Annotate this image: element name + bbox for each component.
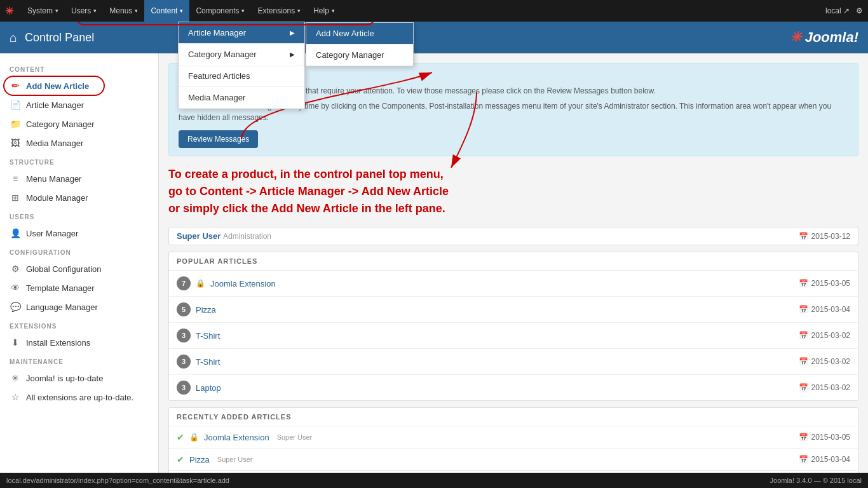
- submenu-arrow-icon: ▶: [290, 51, 295, 58]
- article-date-value: 2015-03-04: [811, 455, 850, 464]
- article-left: ✔ 🔒 Joomla Extension Super User: [177, 432, 312, 442]
- sidebar-item-category-manager[interactable]: 📁 Category Manager: [0, 114, 158, 133]
- article-date: 📅 2015-03-05: [799, 279, 850, 288]
- article-title[interactable]: Laptop: [196, 383, 221, 393]
- nav-item-users[interactable]: Users ▾: [65, 0, 103, 22]
- sidebar-label-joomla-uptodate: Joomla! is up-to-date: [26, 374, 103, 383]
- sidebar-item-user-manager[interactable]: 👤 User Manager: [0, 224, 158, 243]
- submenu-item-category-manager[interactable]: Category Manager: [306, 44, 413, 66]
- nav-label-help: Help: [313, 6, 329, 15]
- top-nav-right: local ↗ ⚙: [825, 6, 863, 15]
- nav-item-help[interactable]: Help ▾: [307, 0, 341, 22]
- article-title[interactable]: T-Shirt: [196, 331, 220, 341]
- top-nav-items: System ▾ Users ▾ Menus ▾ Content ▾ Compo…: [21, 0, 825, 22]
- article-title[interactable]: Pizza: [196, 305, 216, 315]
- lock-icon: 🔒: [189, 433, 199, 442]
- chevron-down-icon: ▾: [297, 8, 301, 14]
- sidebar-label-module-manager: Module Manager: [26, 193, 88, 203]
- menu-icon: ≡: [10, 173, 21, 184]
- calendar-icon: 📅: [799, 279, 808, 288]
- menu-item-media-manager[interactable]: Media Manager: [179, 87, 304, 109]
- article-date-value: 2015-03-04: [811, 305, 850, 314]
- settings-icon[interactable]: ⚙: [856, 6, 863, 15]
- article-left: 3 T-Shirt: [177, 355, 220, 369]
- sidebar-label-install-extensions: Install Extensions: [26, 338, 90, 348]
- nav-label-extensions: Extensions: [257, 6, 295, 15]
- nav-item-menus[interactable]: Menus ▾: [103, 0, 144, 22]
- sidebar-label-add-new-article: Add New Article: [26, 81, 89, 91]
- article-date-value: 2015-03-02: [811, 357, 850, 366]
- nav-item-extensions[interactable]: Extensions ▾: [251, 0, 307, 22]
- chevron-down-icon: ▾: [55, 8, 58, 14]
- review-messages-button[interactable]: Review Messages: [179, 130, 258, 148]
- sidebar-item-install-extensions[interactable]: ⬇ Install Extensions: [0, 333, 158, 352]
- nav-label-system: System: [27, 6, 53, 15]
- nav-item-components[interactable]: Components ▾: [189, 0, 251, 22]
- menu-item-category-manager[interactable]: Category Manager ▶: [179, 44, 304, 65]
- nav-label-content: Content: [151, 6, 177, 15]
- sidebar-label-article-manager: Article Manager: [26, 100, 84, 110]
- popular-articles-section: POPULAR ARTICLES 7 🔒 Joomla Extension 📅 …: [168, 252, 858, 401]
- menu-item-article-manager[interactable]: Article Manager ▶: [179, 22, 304, 44]
- sidebar-item-joomla-uptodate[interactable]: ✳ Joomla! is up-to-date: [0, 369, 158, 388]
- page-date-value: 2015-03-12: [811, 232, 850, 241]
- sidebar-section-configuration: CONFIGURATION: [0, 243, 158, 259]
- header-bar: ⌂ Control Panel ✳ Joomla!: [0, 22, 868, 53]
- nav-item-system[interactable]: System ▾: [21, 0, 65, 22]
- table-row: 7 🔒 Joomla Extension 📅 2015-03-05: [169, 271, 858, 297]
- content-menu: Article Manager ▶ Category Manager ▶ Fea…: [178, 22, 305, 109]
- article-left: 7 🔒 Joomla Extension: [177, 276, 276, 290]
- article-date-value: 2015-03-02: [811, 383, 850, 392]
- article-date: 📅 2015-03-04: [799, 305, 850, 314]
- table-row: ✔ 🔒 Joomla Extension Super User 📅 2015-0…: [169, 426, 858, 449]
- user-icon: 👤: [10, 228, 21, 238]
- article-title[interactable]: T-Shirt: [196, 357, 220, 367]
- sidebar-label-template-manager: Template Manager: [26, 283, 95, 293]
- sidebar-item-menu-manager[interactable]: ≡ Menu Manager: [0, 169, 158, 188]
- nav-item-content[interactable]: Content ▾: [144, 0, 189, 22]
- calendar-icon: 📅: [799, 305, 808, 314]
- local-link[interactable]: local ↗: [825, 6, 850, 15]
- status-url: local.dev/administrator/index.php?option…: [6, 477, 229, 484]
- table-row: 5 Pizza 📅 2015-03-04: [169, 297, 858, 323]
- check-icon: ✔: [177, 432, 184, 442]
- joomla-logo: ✳ Joomla!: [790, 29, 858, 46]
- table-row: ✔ Pizza Super User 📅 2015-03-04: [169, 449, 858, 471]
- sidebar-label-language-manager: Language Manager: [26, 302, 98, 312]
- table-row: 3 T-Shirt 📅 2015-03-02: [169, 349, 858, 375]
- sidebar-item-module-manager[interactable]: ⊞ Module Manager: [0, 188, 158, 207]
- calendar-icon: 📅: [799, 331, 808, 340]
- menu-item-featured-articles[interactable]: Featured Articles: [179, 65, 304, 87]
- sidebar-label-global-config: Global Configuration: [26, 264, 102, 274]
- article-title[interactable]: Joomla Extension: [204, 433, 269, 442]
- nav-label-menus: Menus: [109, 6, 132, 15]
- article-left: ✔ Pizza Super User: [177, 454, 252, 464]
- sidebar-label-extensions-uptodate: All extensions are up-to-date.: [26, 393, 133, 402]
- article-title[interactable]: Pizza: [189, 455, 210, 464]
- sidebar-item-add-new-article[interactable]: ✏ Add New Article: [0, 76, 158, 95]
- sidebar-item-language-manager[interactable]: 💬 Language Manager: [0, 297, 158, 316]
- sidebar-item-article-manager[interactable]: 📄 Article Manager: [0, 95, 158, 114]
- config-icon: ⚙: [10, 264, 21, 274]
- sidebar-section-structure: STRUCTURE: [0, 152, 158, 169]
- sidebar-item-template-manager[interactable]: 👁 Template Manager: [0, 278, 158, 297]
- page-date: 📅 2015-03-12: [799, 232, 850, 241]
- sidebar-item-media-manager[interactable]: 🖼 Media Manager: [0, 133, 158, 152]
- submenu-item-add-new-article[interactable]: Add New Article: [306, 23, 413, 44]
- super-user-label: Super User: [177, 231, 220, 241]
- article-title[interactable]: Joomla Extension: [210, 279, 276, 288]
- content-dropdown: Article Manager ▶ Category Manager ▶ Fea…: [178, 22, 305, 109]
- article-date-value: 2015-03-02: [811, 331, 850, 340]
- joomla-logo-small: ✳: [5, 5, 13, 17]
- article-date: 📅 2015-03-02: [799, 383, 850, 392]
- chevron-down-icon: ▾: [93, 8, 97, 14]
- home-icon[interactable]: ⌂: [10, 30, 17, 45]
- article-left: 3 Laptop: [177, 381, 221, 395]
- chevron-down-icon: ▾: [241, 8, 245, 14]
- sidebar-item-extensions-uptodate[interactable]: ☆ All extensions are up-to-date.: [0, 388, 158, 407]
- sidebar-item-global-config[interactable]: ⚙ Global Configuration: [0, 259, 158, 278]
- menu-label-featured-articles: Featured Articles: [188, 71, 250, 81]
- add-new-article-wrapper: ✏ Add New Article: [0, 76, 158, 95]
- article-badge: 7: [177, 276, 191, 290]
- article-manager-submenu: Add New Article Category Manager: [306, 22, 414, 67]
